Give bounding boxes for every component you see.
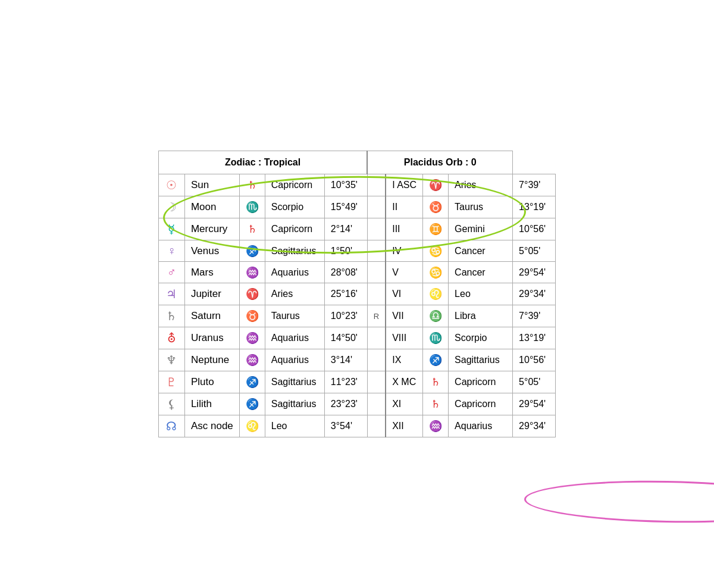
house-sign-icon-cell: ♌ xyxy=(423,283,449,305)
house-label: V xyxy=(386,262,422,283)
planet-sign-icon-cell: ♒ xyxy=(239,327,265,349)
house-sign-icon: ♊ xyxy=(429,223,442,235)
planet-name: Jupiter xyxy=(184,283,239,305)
planet-retrograde xyxy=(367,283,386,305)
house-label: XII xyxy=(386,415,422,437)
planet-sign-name: Aquarius xyxy=(265,327,324,349)
planet-sign-icon: ♈ xyxy=(246,288,259,300)
planet-sign-icon: ♒ xyxy=(246,332,259,344)
planet-degree: 25°16' xyxy=(324,283,367,305)
planet-sign-name: Capricorn xyxy=(265,218,324,240)
planet-retrograde xyxy=(367,174,386,196)
house-degree: 5°05' xyxy=(513,371,556,393)
house-label: X MC xyxy=(386,371,422,393)
planet-name: Sun xyxy=(184,174,239,196)
table-row: ☿Mercury♄Capricorn2°14'III♊Gemini10°56' xyxy=(158,218,555,240)
planet-sign-icon: ♒ xyxy=(246,267,259,279)
planet-degree: 28°08' xyxy=(324,262,367,283)
house-sign-icon: ♈ xyxy=(429,179,442,191)
house-label: VII xyxy=(386,305,422,327)
table-row: ⛢Uranus♒Aquarius14°50'VIII♏Scorpio13°19' xyxy=(158,327,555,349)
planet-sign-name: Sagittarius xyxy=(265,393,324,415)
house-sign-name: Aries xyxy=(449,174,513,196)
house-sign-icon-cell: ♒ xyxy=(423,415,449,437)
house-sign-icon: ♉ xyxy=(429,201,442,213)
planet-degree: 1°50' xyxy=(324,240,367,262)
house-sign-name: Libra xyxy=(449,305,513,327)
planet-sign-icon-cell: ♐ xyxy=(239,240,265,262)
planet-icon: ⛢ xyxy=(167,331,176,345)
planet-retrograde xyxy=(367,240,386,262)
planet-icon-cell: ☿ xyxy=(158,218,184,240)
table-row: ⚸Lilith♐Sagittarius23°23'XI♄Capricorn29°… xyxy=(158,393,555,415)
chart-wrapper: Zodiac : Tropical Placidus Orb : 0 ☉Sun♄… xyxy=(158,151,556,437)
house-sign-icon-cell: ♋ xyxy=(423,240,449,262)
planet-degree: 14°50' xyxy=(324,327,367,349)
planet-icon: ♂ xyxy=(167,265,176,279)
planet-sign-icon: ♒ xyxy=(246,354,259,366)
planet-degree: 3°14' xyxy=(324,349,367,371)
house-degree: 29°34' xyxy=(513,415,556,437)
planet-sign-icon-cell: ♒ xyxy=(239,262,265,283)
planet-sign-icon: ♏ xyxy=(246,201,259,213)
planet-icon-cell: ♇ xyxy=(158,371,184,393)
planet-icon-cell: ☊ xyxy=(158,415,184,437)
house-sign-name: Capricorn xyxy=(449,393,513,415)
planet-sign-icon-cell: ♒ xyxy=(239,349,265,371)
planet-name: Uranus xyxy=(184,327,239,349)
planet-retrograde xyxy=(367,218,386,240)
planet-name: Mercury xyxy=(184,218,239,240)
planet-name: Saturn xyxy=(184,305,239,327)
house-degree: 5°05' xyxy=(513,240,556,262)
planet-degree: 10°35' xyxy=(324,174,367,196)
planet-degree: 3°54' xyxy=(324,415,367,437)
planet-sign-icon-cell: ♌ xyxy=(239,415,265,437)
planet-icon-cell: ♆ xyxy=(158,349,184,371)
house-label: II xyxy=(386,196,422,218)
planet-sign-name: Sagittarius xyxy=(265,240,324,262)
table-row: ☽Moon♏Scorpio15°49'II♉Taurus13°19' xyxy=(158,196,555,218)
house-sign-name: Aquarius xyxy=(449,415,513,437)
planet-sign-icon-cell: ♏ xyxy=(239,196,265,218)
planet-icon-cell: ♄ xyxy=(158,305,184,327)
house-sign-icon-cell: ♐ xyxy=(423,349,449,371)
planet-retrograde xyxy=(367,371,386,393)
table-row: ♀Venus♐Sagittarius1°50'IV♋Cancer5°05' xyxy=(158,240,555,262)
planet-icon: ⚸ xyxy=(167,398,176,411)
house-label: III xyxy=(386,218,422,240)
planet-icon: ♇ xyxy=(166,376,177,389)
house-sign-icon: ♏ xyxy=(429,332,442,344)
planet-degree: 2°14' xyxy=(324,218,367,240)
planet-retrograde xyxy=(367,196,386,218)
planet-sign-icon-cell: ♄ xyxy=(239,174,265,196)
planet-icon: ☉ xyxy=(166,179,177,192)
planet-name: Neptune xyxy=(184,349,239,371)
house-label: VI xyxy=(386,283,422,305)
house-sign-name: Taurus xyxy=(449,196,513,218)
house-sign-icon: ♋ xyxy=(429,245,442,257)
planet-sign-name: Aquarius xyxy=(265,349,324,371)
planet-name: Asc node xyxy=(184,415,239,437)
planet-sign-name: Aquarius xyxy=(265,262,324,283)
planet-retrograde xyxy=(367,262,386,283)
planet-retrograde xyxy=(367,415,386,437)
planet-sign-name: Sagittarius xyxy=(265,371,324,393)
table-row: ♇Pluto♐Sagittarius11°23'X MC♄Capricorn5°… xyxy=(158,371,555,393)
table-row: ♄Saturn♉Taurus10°23'RVII♎Libra7°39' xyxy=(158,305,555,327)
planet-icon: ♃ xyxy=(166,287,177,301)
planet-icon-cell: ♂ xyxy=(158,262,184,283)
house-sign-icon: ♋ xyxy=(429,267,442,279)
house-sign-icon-cell: ♉ xyxy=(423,196,449,218)
planet-icon-cell: ☽ xyxy=(158,196,184,218)
table-row: ♂Mars♒Aquarius28°08'V♋Cancer29°54' xyxy=(158,262,555,283)
astrology-table: Zodiac : Tropical Placidus Orb : 0 ☉Sun♄… xyxy=(158,151,556,437)
house-degree: 29°54' xyxy=(513,262,556,283)
house-degree: 29°54' xyxy=(513,393,556,415)
planet-sign-icon-cell: ♐ xyxy=(239,393,265,415)
planet-degree: 15°49' xyxy=(324,196,367,218)
right-header: Placidus Orb : 0 xyxy=(367,151,512,174)
house-label: IV xyxy=(386,240,422,262)
house-sign-icon-cell: ♈ xyxy=(423,174,449,196)
house-degree: 13°19' xyxy=(513,327,556,349)
planet-sign-icon-cell: ♐ xyxy=(239,371,265,393)
